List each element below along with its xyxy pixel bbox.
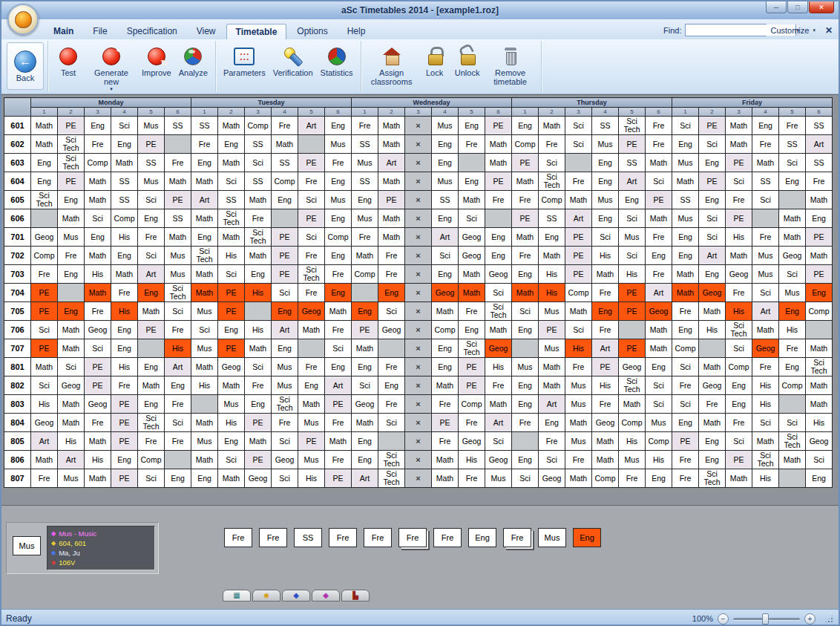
timetable-cell[interactable]: × xyxy=(405,321,432,339)
timetable-cell[interactable]: PE xyxy=(806,265,833,284)
timetable-cell[interactable]: Geog xyxy=(298,302,325,321)
timetable-cell[interactable]: Eng xyxy=(85,117,111,135)
timetable-cell[interactable]: PE xyxy=(512,209,539,228)
timetable-cell[interactable]: Math xyxy=(752,154,779,172)
timetable-cell[interactable]: Eng xyxy=(85,228,111,247)
unlock-button[interactable]: Unlock xyxy=(451,42,484,80)
timetable-cell[interactable]: Math xyxy=(85,191,111,209)
timetable-cell[interactable]: Geog xyxy=(726,265,752,284)
timetable-cell[interactable] xyxy=(272,209,298,228)
timetable-cell[interactable]: Sci xyxy=(218,265,245,284)
timetable-cell[interactable]: Eng xyxy=(31,172,58,191)
timetable-cell[interactable]: SS xyxy=(138,154,165,172)
timetable-cell[interactable]: Eng xyxy=(165,469,191,488)
timetable-cell[interactable]: Fre xyxy=(31,265,58,284)
timetable-cell[interactable]: PE xyxy=(565,247,592,265)
timetable-cell[interactable]: Math xyxy=(378,228,405,247)
timetable-cell[interactable]: His xyxy=(752,376,779,395)
timetable-cell[interactable]: Eng xyxy=(432,339,459,358)
timetable-cell[interactable]: Math xyxy=(245,339,272,358)
maximize-button[interactable]: □ xyxy=(787,1,808,13)
timetable-cell[interactable]: PE xyxy=(592,358,619,376)
tab-help[interactable]: Help xyxy=(338,24,375,39)
timetable-cell[interactable]: SS xyxy=(165,117,191,135)
timetable-cell[interactable]: × xyxy=(405,339,432,358)
timetable-cell[interactable]: Comp xyxy=(111,209,138,228)
timetable-cell[interactable]: SS xyxy=(672,191,699,209)
timetable-cell[interactable]: Eng xyxy=(672,247,699,265)
timetable-cell[interactable]: Fre xyxy=(85,302,111,321)
timetable-cell[interactable]: His xyxy=(245,284,272,302)
timetable-cell[interactable]: Sci xyxy=(672,358,699,376)
timetable-cell[interactable]: Geog xyxy=(245,469,272,488)
timetable-cell[interactable] xyxy=(699,339,726,358)
timetable-cell[interactable]: Math xyxy=(779,228,806,247)
timetable-cell[interactable]: PE xyxy=(806,228,833,247)
tab-view[interactable]: View xyxy=(188,24,225,39)
tab-file[interactable]: File xyxy=(84,24,116,39)
timetable-cell[interactable]: Sci xyxy=(58,358,85,376)
timetable-cell[interactable]: Eng xyxy=(272,191,298,209)
timetable-cell[interactable]: His xyxy=(111,228,138,247)
timetable-cell[interactable]: Fre xyxy=(298,358,325,376)
timetable-cell[interactable]: SS xyxy=(245,172,272,191)
timetable-cell[interactable]: Sci xyxy=(31,321,58,339)
timetable-cell[interactable]: His xyxy=(218,247,245,265)
timetable-cell[interactable]: His xyxy=(646,451,672,469)
timetable-cell[interactable]: Fre xyxy=(485,191,512,209)
timetable-cell[interactable]: Eng xyxy=(699,432,726,451)
timetable-cell[interactable]: Fre xyxy=(592,284,619,302)
timetable-cell[interactable]: Sci xyxy=(272,469,298,488)
timetable-cell[interactable]: Math xyxy=(512,228,539,247)
timetable-cell[interactable]: Sci xyxy=(539,451,565,469)
timetable-cell[interactable]: Eng xyxy=(58,265,85,284)
timetable-cell[interactable]: PE xyxy=(378,191,405,209)
timetable-cell[interactable]: Sci xyxy=(752,191,779,209)
timetable-cell[interactable]: Fre xyxy=(245,209,272,228)
class-row-header[interactable]: 804 xyxy=(4,414,31,432)
timetable-cell[interactable]: His xyxy=(459,451,485,469)
timetable-cell[interactable]: SS xyxy=(245,135,272,154)
timetable-cell[interactable]: Eng xyxy=(191,469,218,488)
timetable-cell[interactable]: Sci xyxy=(699,209,726,228)
timetable-cell[interactable]: Sci Tech xyxy=(485,302,512,321)
timetable-cell[interactable]: Geog xyxy=(272,451,298,469)
timetable-cell[interactable]: Eng xyxy=(378,284,405,302)
timetable-cell[interactable]: Math xyxy=(191,414,218,432)
timetable-cell[interactable]: Math xyxy=(592,451,619,469)
timetable-cell[interactable]: PE xyxy=(245,451,272,469)
timetable-cell[interactable]: PE xyxy=(165,191,191,209)
timetable-cell[interactable]: Eng xyxy=(191,154,218,172)
timetable-cell[interactable]: Mus xyxy=(191,432,218,451)
timetable-cell[interactable]: Eng xyxy=(699,191,726,209)
timetable-cell[interactable]: Math xyxy=(672,172,699,191)
analyze-button[interactable]: Analyze xyxy=(175,42,211,80)
timetable-cell[interactable]: Math xyxy=(111,154,138,172)
bottom-tab[interactable]: ◆ xyxy=(312,590,340,601)
timetable-cell[interactable]: Comp xyxy=(85,154,111,172)
timetable-cell[interactable]: Math xyxy=(592,265,619,284)
timetable-cell[interactable]: Sci xyxy=(672,395,699,414)
timetable-cell[interactable]: Math xyxy=(31,451,58,469)
timetable-cell[interactable]: Geog xyxy=(218,358,245,376)
timetable-cell[interactable]: His xyxy=(699,321,726,339)
timetable-cell[interactable]: Art xyxy=(619,172,646,191)
timetable-cell[interactable]: Sci xyxy=(378,414,405,432)
timetable-cell[interactable]: PE xyxy=(298,209,325,228)
timetable-cell[interactable]: Eng xyxy=(432,209,459,228)
timetable-cell[interactable]: Sci xyxy=(565,117,592,135)
timetable-cell[interactable]: Math xyxy=(779,451,806,469)
timetable-cell[interactable]: Art xyxy=(565,209,592,228)
timetable-cell[interactable]: Sci xyxy=(619,209,646,228)
timetable-cell[interactable]: Math xyxy=(58,321,85,339)
timetable-cell[interactable]: Eng xyxy=(646,358,672,376)
timetable-cell[interactable]: Eng xyxy=(672,228,699,247)
zoom-slider-thumb[interactable] xyxy=(762,613,769,625)
timetable-cell[interactable]: Fre xyxy=(565,172,592,191)
class-row-header[interactable]: 806 xyxy=(4,451,31,469)
timetable-cell[interactable]: Fre xyxy=(111,284,138,302)
timetable-cell[interactable]: Math xyxy=(726,135,752,154)
timetable-cell[interactable]: Fre xyxy=(779,339,806,358)
timetable-cell[interactable]: × xyxy=(405,358,432,376)
timetable-cell[interactable]: × xyxy=(405,209,432,228)
